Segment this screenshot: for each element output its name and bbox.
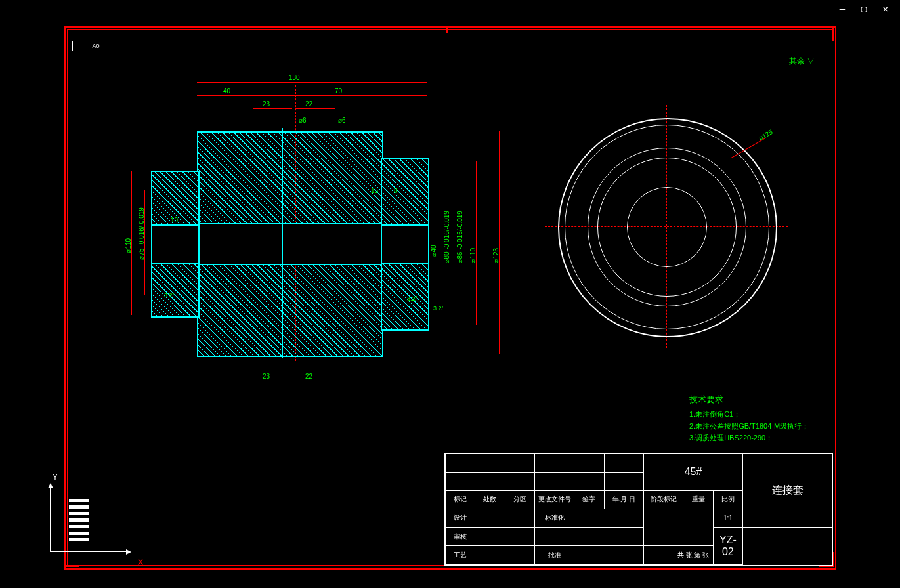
hdr-sign: 签字 [574,490,604,509]
hdr-mark: 标记 [446,490,475,509]
dim-10-text: 10 [171,217,178,224]
hdr-date: 年.月.日 [604,490,643,509]
hatch-bottom [197,262,383,357]
dim-23a [253,108,292,109]
ucs-x-axis [50,551,129,552]
dim-phi6a: ⌀6 [299,117,307,124]
right-boss-hatch-b [381,262,429,331]
dim-phi75-text: ⌀75 -0.016/-0.019 [138,207,145,259]
dim-phi123-text: ⌀123 [492,248,500,263]
frame-tick [446,26,448,33]
groove-2 [309,128,309,358]
dim-phi40 [437,190,437,295]
surface-default-note: 其余 ▽ [789,56,815,67]
tech-req-3: 3.调质处理HBS220-290； [689,432,809,444]
partname-cell: 连接套 [743,454,832,528]
dim-phi110b-text: ⌀110 [469,248,477,263]
surface-32b: 3.2/ [407,295,417,302]
dim-22a [295,108,335,109]
hdr-stage: 阶段标记 [644,490,683,509]
right-boss-hatch-t [381,158,429,226]
ucs-x-label: X [138,558,143,567]
sheet-size-tag: A0 [72,41,119,51]
dim-23b-text: 23 [263,373,270,380]
tech-requirements: 技术要求 1.未注倒角C1； 2.未注公差按照GB/T1804-M级执行； 3.… [689,394,809,444]
dim-15-text: 15 [371,187,378,194]
tech-req-1: 1.未注倒角C1； [689,408,809,420]
window-controls[interactable]: — ▢ ✕ [840,3,893,14]
dim-phi40-text: ⌀40 [430,245,437,256]
circle-inner [627,187,707,267]
dim-phi80-text: ⌀80 -0.016/-0.019 [443,211,450,262]
hdr-file: 更改文件号 [534,490,574,509]
dim-23a-text: 23 [263,100,270,108]
surface-32c: 3.2/ [433,305,443,312]
ucs-y-label: Y [53,472,58,482]
corner-bl [64,552,79,567]
dim-22a-text: 22 [305,100,312,108]
ucs-y-axis [50,486,51,551]
dim-23b [253,381,292,381]
dim-70 [269,95,427,96]
tech-req-2: 2.未注公差按照GB/T1804-M级执行； [689,420,809,432]
cad-canvas[interactable]: — ▢ ✕ A0 其余 ▽ Y X 130 40 70 [0,0,900,588]
hdr-count: 处数 [475,490,505,509]
tech-req-title: 技术要求 [689,394,809,406]
hdr-check: 审核 [446,527,475,546]
dim-22b-text: 22 [305,373,312,380]
hdr-ratio: 比例 [713,490,742,509]
hdr-standardize: 标准化 [534,509,574,527]
dim-130 [197,82,427,83]
dim-70-text: 70 [335,87,342,94]
groove-1 [282,128,283,358]
hdr-process: 工艺 [446,546,475,565]
dim-40-text: 40 [223,87,230,94]
hdr-zone: 分区 [505,490,534,509]
corner-tl [64,26,79,41]
left-boss-hatch-b [151,262,200,318]
dim-40 [197,95,269,96]
hatch-top [197,131,383,226]
surface-32a: 3.2/ [164,292,174,299]
dim-phi110b [476,161,477,325]
scale-marks [69,499,89,545]
scale-cell: 1:1 [713,509,742,527]
dim-22b [295,381,335,381]
hdr-weight: 重量 [683,490,713,509]
material-cell: 45# [644,454,743,491]
dim-phi110a-text: ⌀110 [125,238,132,253]
dim-phi86-text: ⌀86 -0.016/-0.019 [456,211,463,262]
dim-8-text: 8 [394,187,398,194]
dim-130-text: 130 [289,74,300,81]
corner-tr [819,26,834,41]
dim-phi123 [499,131,500,354]
bore [197,223,383,265]
hdr-design: 设计 [446,509,475,527]
hdr-approve: 批准 [534,546,574,565]
dim-phi6b: ⌀6 [338,117,346,124]
section-view [151,131,466,354]
title-block: 45# 连接套 标记 处数 分区 更改文件号 签字 年.月.日 阶段标记 重量 … [444,453,833,566]
